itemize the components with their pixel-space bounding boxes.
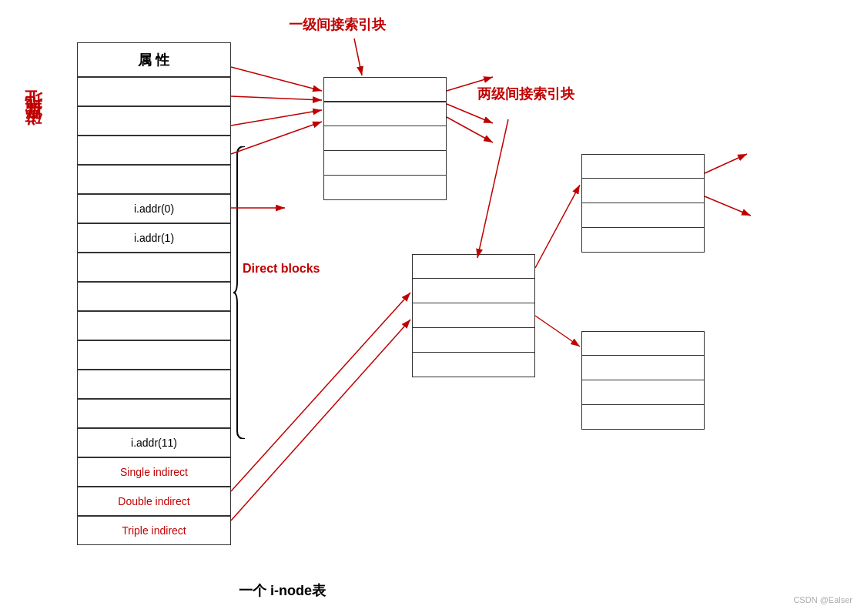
inode-row-7 bbox=[77, 253, 231, 282]
inode-header: 属 性 bbox=[77, 42, 231, 77]
svg-line-14 bbox=[535, 316, 580, 346]
inode-row-8 bbox=[77, 282, 231, 311]
top-annotation-label: 一级间接索引块 bbox=[289, 15, 386, 34]
watermark: CSDN @Ealser bbox=[793, 595, 852, 604]
inode-single-indirect: Single indirect bbox=[77, 457, 231, 487]
double-annotation-label: 两级间接索引块 bbox=[477, 85, 574, 103]
svg-line-13 bbox=[535, 185, 580, 268]
svg-line-8 bbox=[231, 110, 322, 126]
inode-row-1 bbox=[77, 77, 231, 106]
svg-line-15 bbox=[705, 154, 747, 173]
svg-line-1 bbox=[354, 38, 362, 75]
inode-row-9 bbox=[77, 311, 231, 340]
svg-line-3 bbox=[447, 104, 493, 123]
bottom-inode-label: 一个 i-node表 bbox=[239, 581, 326, 600]
double-indirect-block bbox=[412, 254, 535, 377]
inode-addr0: i.addr(0) bbox=[77, 194, 231, 223]
inode-table: 属 性 i.addr(0) i.addr(1) i.addr(11) Singl… bbox=[77, 42, 231, 545]
inode-row-11 bbox=[77, 370, 231, 399]
svg-line-12 bbox=[231, 320, 410, 521]
inode-row-3 bbox=[77, 136, 231, 165]
inode-row-12 bbox=[77, 399, 231, 428]
data-block-top bbox=[581, 154, 705, 253]
left-label: 磁盘地址 bbox=[22, 116, 45, 140]
direct-blocks-label: Direct blocks bbox=[243, 262, 320, 276]
inode-row-10 bbox=[77, 340, 231, 370]
inode-row-4 bbox=[77, 165, 231, 194]
inode-addr11: i.addr(11) bbox=[77, 428, 231, 457]
svg-line-11 bbox=[231, 293, 410, 491]
inode-row-2 bbox=[77, 106, 231, 136]
diagram-container: 磁盘地址 属 性 i.addr(0) i.addr(1) i.addr(11) … bbox=[0, 0, 864, 616]
data-block-bottom1 bbox=[581, 331, 705, 430]
inode-triple-indirect: Triple indirect bbox=[77, 516, 231, 545]
inode-addr1: i.addr(1) bbox=[77, 223, 231, 253]
direct-blocks-brace bbox=[229, 146, 253, 439]
svg-line-9 bbox=[231, 122, 322, 154]
svg-line-7 bbox=[231, 96, 322, 100]
svg-line-5 bbox=[477, 119, 508, 258]
single-indirect-block bbox=[323, 77, 447, 200]
svg-line-16 bbox=[705, 196, 751, 216]
inode-double-indirect: Double indirect bbox=[77, 487, 231, 516]
svg-line-4 bbox=[447, 117, 493, 142]
svg-line-6 bbox=[231, 67, 322, 91]
